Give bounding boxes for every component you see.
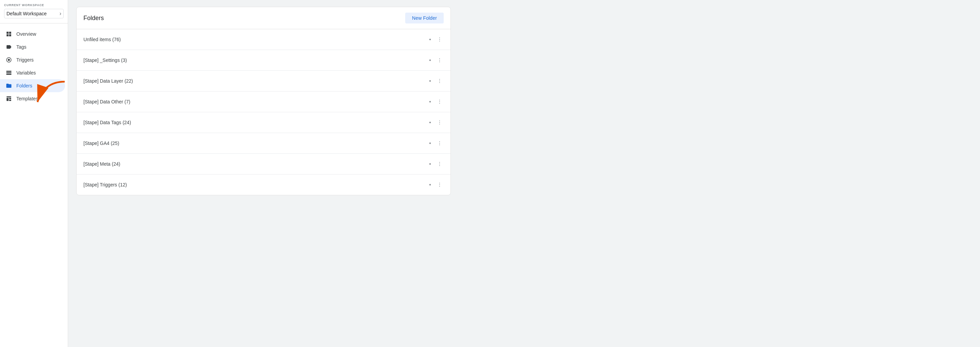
folders-card: Folders New Folder Unfiled items (76) <box>76 7 451 195</box>
sidebar-item-templates[interactable]: Templates <box>0 92 65 105</box>
sort-button[interactable] <box>426 160 434 168</box>
folder-name: [Stape] Triggers (12) <box>83 182 127 187</box>
folder-icon <box>5 82 12 89</box>
svg-point-22 <box>439 122 440 123</box>
tag-icon <box>5 44 12 50</box>
svg-point-26 <box>439 144 440 145</box>
svg-point-25 <box>439 143 440 144</box>
more-options-button[interactable] <box>436 35 444 44</box>
folder-name: [Stape] GA4 (25) <box>83 141 119 146</box>
folder-actions <box>426 77 444 85</box>
svg-point-31 <box>439 184 440 185</box>
svg-point-12 <box>439 58 440 59</box>
more-options-button[interactable] <box>436 118 444 127</box>
svg-point-9 <box>439 37 440 38</box>
table-row: [Stape] Data Tags (24) <box>76 112 450 133</box>
svg-point-11 <box>439 41 440 41</box>
svg-point-32 <box>439 186 440 187</box>
svg-point-21 <box>439 120 440 121</box>
folder-name: [Stape] Data Tags (24) <box>83 120 131 125</box>
folder-name: Unfiled items (76) <box>83 37 121 42</box>
sidebar-item-folders[interactable]: Folders <box>0 79 65 92</box>
svg-rect-5 <box>6 96 11 97</box>
variable-icon <box>5 70 12 76</box>
svg-point-1 <box>8 59 10 61</box>
table-row: [Stape] GA4 (25) <box>76 133 450 154</box>
table-row: [Stape] _Settings (3) <box>76 50 450 71</box>
table-row: [Stape] Data Other (7) <box>76 92 450 112</box>
svg-point-15 <box>439 79 440 79</box>
folder-name: [Stape] _Settings (3) <box>83 57 127 63</box>
more-options-button[interactable] <box>436 139 444 147</box>
sidebar: CURRENT WORKSPACE Default Workspace › Ov… <box>0 0 68 347</box>
sidebar-item-overview[interactable]: Overview <box>0 28 65 41</box>
sidebar-item-tags[interactable]: Tags <box>0 41 65 54</box>
folder-name: [Stape] Data Layer (22) <box>83 78 133 84</box>
page-title: Folders <box>83 14 104 22</box>
table-row: [Stape] Data Layer (22) <box>76 71 450 92</box>
more-options-button[interactable] <box>436 98 444 106</box>
sort-button[interactable] <box>426 118 434 127</box>
table-row: Unfiled items (76) <box>76 29 450 50</box>
sort-button[interactable] <box>426 139 434 147</box>
svg-point-17 <box>439 82 440 83</box>
sidebar-label-variables: Variables <box>16 70 36 76</box>
chevron-right-icon: › <box>60 11 61 17</box>
svg-point-16 <box>439 81 440 81</box>
workspace-selector[interactable]: Default Workspace › <box>4 9 64 18</box>
sidebar-item-triggers[interactable]: Triggers <box>0 54 65 67</box>
folder-actions <box>426 56 444 64</box>
workspace-header: CURRENT WORKSPACE Default Workspace › <box>0 0 68 24</box>
sort-button[interactable] <box>426 181 434 189</box>
folder-actions <box>426 160 444 168</box>
svg-point-24 <box>439 141 440 142</box>
more-options-button[interactable] <box>436 181 444 189</box>
folder-actions <box>426 118 444 127</box>
folder-actions <box>426 98 444 106</box>
svg-point-20 <box>439 103 440 104</box>
sidebar-label-tags: Tags <box>16 44 27 50</box>
sort-button[interactable] <box>426 56 434 64</box>
main-content: Folders New Folder Unfiled items (76) <box>68 0 980 347</box>
template-icon <box>5 95 12 102</box>
svg-point-14 <box>439 62 440 62</box>
svg-point-30 <box>439 183 440 183</box>
svg-rect-6 <box>6 98 8 101</box>
svg-rect-8 <box>9 100 11 101</box>
folder-actions <box>426 181 444 189</box>
sort-button[interactable] <box>426 35 434 44</box>
svg-rect-3 <box>6 73 11 73</box>
table-row: [Stape] Meta (24) <box>76 154 450 174</box>
table-row: [Stape] Triggers (12) <box>76 174 450 195</box>
sidebar-label-templates: Templates <box>16 96 38 101</box>
more-options-button[interactable] <box>436 77 444 85</box>
svg-point-29 <box>439 165 440 166</box>
svg-rect-7 <box>9 98 11 99</box>
more-options-button[interactable] <box>436 56 444 64</box>
workspace-name: Default Workspace <box>6 11 47 16</box>
trigger-icon <box>5 57 12 63</box>
sort-button[interactable] <box>426 98 434 106</box>
more-options-button[interactable] <box>436 160 444 168</box>
sort-button[interactable] <box>426 77 434 85</box>
folders-list: Unfiled items (76) [Stape] _Settings (3) <box>76 29 450 195</box>
svg-rect-2 <box>6 71 11 72</box>
sidebar-label-folders: Folders <box>16 83 32 89</box>
svg-point-13 <box>439 60 440 60</box>
svg-point-18 <box>439 100 440 100</box>
svg-point-23 <box>439 124 440 125</box>
workspace-label: CURRENT WORKSPACE <box>4 3 64 7</box>
svg-point-27 <box>439 162 440 163</box>
svg-point-28 <box>439 164 440 164</box>
nav-list: Overview Tags Triggers <box>0 24 68 347</box>
overview-icon <box>5 31 12 37</box>
folders-header: Folders New Folder <box>76 7 450 29</box>
new-folder-button[interactable]: New Folder <box>405 13 444 24</box>
sidebar-item-variables[interactable]: Variables <box>0 67 65 79</box>
sidebar-label-overview: Overview <box>16 31 36 37</box>
svg-rect-4 <box>6 74 11 75</box>
folder-name: [Stape] Data Other (7) <box>83 99 130 105</box>
svg-point-10 <box>439 39 440 40</box>
svg-point-19 <box>439 101 440 102</box>
sidebar-label-triggers: Triggers <box>16 57 34 63</box>
